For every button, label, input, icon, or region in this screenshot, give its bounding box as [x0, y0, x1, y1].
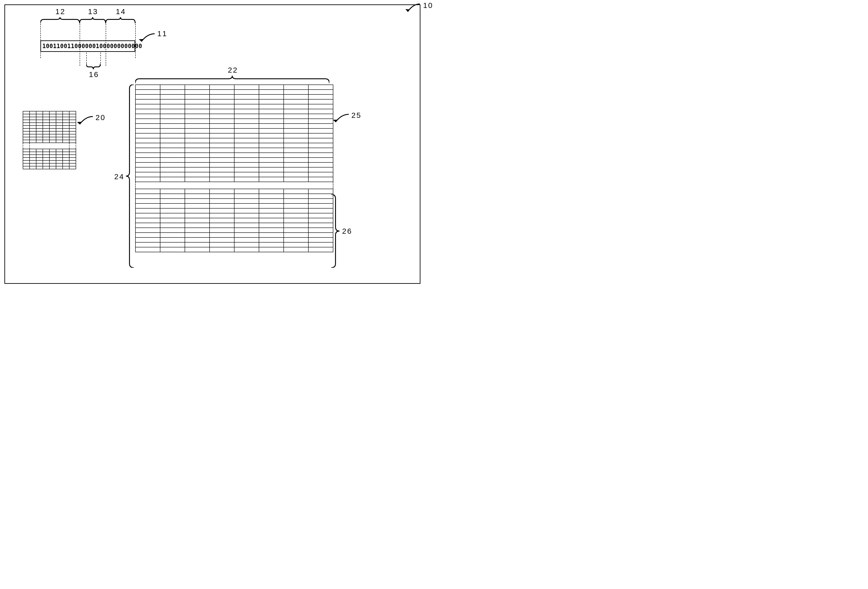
- register-bits: 1001100110000001000000000000: [42, 43, 142, 49]
- brace-13: [80, 17, 106, 24]
- svg-marker-2: [77, 122, 81, 124]
- label-25: 25: [351, 111, 362, 120]
- brace-24: [126, 84, 134, 268]
- arrow-10: [404, 3, 422, 16]
- label-12: 12: [55, 7, 65, 16]
- svg-marker-3: [333, 120, 337, 122]
- large-grid: [135, 84, 333, 252]
- label-24: 24: [114, 172, 124, 181]
- label-13: 13: [88, 7, 98, 16]
- brace-26: [331, 194, 340, 268]
- label-16: 16: [89, 70, 99, 79]
- arrow-25: [332, 113, 350, 125]
- label-20: 20: [96, 113, 106, 122]
- brace-12: [40, 17, 80, 24]
- label-14: 14: [116, 7, 126, 16]
- arrow-20: [76, 115, 94, 127]
- svg-marker-1: [139, 39, 143, 41]
- small-grid: [23, 111, 76, 169]
- brace-16: [86, 64, 100, 70]
- binary-register: 1001100110000001000000000000: [40, 40, 135, 52]
- diagram-frame: 10 12 13 14 1001100110000001000000000000…: [4, 4, 421, 284]
- label-22: 22: [228, 66, 238, 74]
- label-11: 11: [157, 30, 167, 38]
- brace-14: [106, 17, 135, 24]
- label-26: 26: [342, 227, 352, 235]
- brace-22: [135, 76, 329, 84]
- label-10: 10: [423, 1, 433, 10]
- svg-marker-0: [406, 9, 410, 12]
